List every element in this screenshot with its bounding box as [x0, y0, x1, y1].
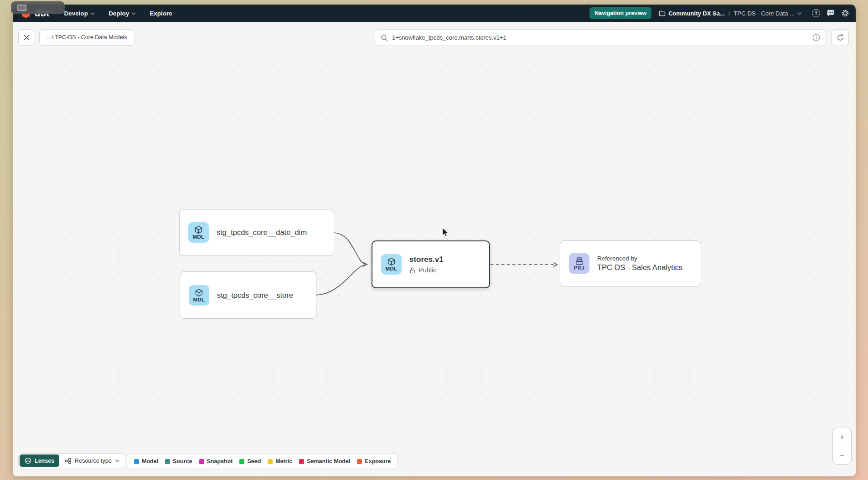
node-label: stores.v1	[409, 255, 444, 264]
model-badge: MDL	[381, 254, 402, 275]
legend-label: Semantic Model	[307, 458, 350, 465]
menu-develop[interactable]: Develop	[64, 10, 95, 17]
node-tpcds-sales-analytics[interactable]: PRJ Referenced by TPC-DS - Sales Analyti…	[560, 240, 701, 286]
menu-deploy-label: Deploy	[108, 10, 129, 17]
breadcrumb-separator: /	[728, 10, 730, 17]
node-label: TPC-DS - Sales Analytics	[597, 263, 682, 272]
refresh-icon	[837, 34, 844, 41]
legend-item-model: Model	[134, 458, 158, 465]
menu-explore[interactable]: Explore	[150, 10, 172, 17]
resource-type-label: Resource type	[75, 458, 112, 464]
legend-label: Snapshot	[207, 458, 233, 465]
zoom-in-button[interactable]: +	[833, 428, 851, 446]
badge-label: MDL	[192, 234, 204, 240]
legend-label: Model	[142, 458, 158, 465]
node-sublabel: Referenced by	[597, 255, 682, 262]
search-icon	[381, 34, 388, 41]
legend-item-source: Source	[165, 458, 192, 465]
access-label: Public	[418, 266, 437, 274]
menu-deploy[interactable]: Deploy	[108, 10, 136, 17]
cube-icon	[194, 225, 203, 235]
screen-share-chip	[11, 1, 65, 14]
legend-item-snapshot: Snapshot	[199, 458, 233, 465]
node-text: Referenced by TPC-DS - Sales Analytics	[597, 255, 682, 272]
account-breadcrumb[interactable]: Community DX Sa...	[659, 10, 725, 17]
badge-label: PRJ	[574, 265, 585, 271]
breadcrumb: Community DX Sa... / TPC-DS - Core Data …	[659, 10, 802, 17]
project-breadcrumb[interactable]: TPC-DS - Core Data ...	[734, 10, 802, 17]
badge-label: MDL	[385, 266, 397, 271]
zoom-controls: + −	[832, 428, 852, 465]
close-button[interactable]	[18, 29, 35, 46]
project-badge: PRJ	[569, 253, 589, 274]
help-icon[interactable]: ?	[812, 9, 820, 17]
model-badge: MDL	[188, 222, 209, 243]
lineage-canvas[interactable]: .. / TPC-DS - Core Data Models	[13, 22, 856, 476]
window-icon	[17, 5, 26, 11]
cube-icon	[194, 288, 204, 297]
badge-label: MDL	[193, 297, 205, 302]
app-window: dbt Develop Deploy Explore Navigation pr…	[13, 5, 856, 476]
node-text: stores.v1 Public	[409, 255, 444, 274]
search-input[interactable]	[392, 34, 808, 41]
navigation-preview-badge[interactable]: Navigation preview	[589, 7, 651, 19]
resource-type-icon	[65, 458, 72, 464]
info-icon[interactable]	[812, 34, 820, 41]
project-name: TPC-DS - Core Data ...	[734, 10, 795, 17]
lineage-breadcrumb[interactable]: .. / TPC-DS - Core Data Models	[39, 29, 135, 46]
model-badge: MDL	[189, 285, 209, 306]
node-label: stg_tpcds_core__date_dim	[217, 228, 307, 237]
legend-swatch	[299, 459, 304, 464]
navbar-right: Navigation preview Community DX Sa... / …	[589, 7, 849, 19]
legend-item-seed: Seed	[239, 458, 261, 465]
menu-explore-label: Explore	[150, 10, 172, 17]
legend-item-metric: Metric	[268, 458, 292, 465]
lenses-label: Lenses	[35, 458, 54, 464]
chevron-down-icon	[797, 12, 802, 15]
unlock-icon	[409, 267, 416, 274]
legend-label: Metric	[275, 458, 292, 465]
chevron-down-icon	[90, 12, 95, 15]
chevron-down-icon	[115, 459, 119, 462]
lenses-button[interactable]: Lenses	[20, 454, 59, 467]
mouse-cursor	[441, 228, 450, 237]
folder-icon	[659, 10, 666, 16]
refresh-button[interactable]	[832, 29, 849, 46]
legend-item-exposure: Exposure	[357, 458, 391, 465]
legend-swatch	[134, 459, 139, 464]
lens-controls: Lenses Resource type	[18, 453, 125, 468]
resource-legend: Model Source Snapshot Seed Metric Semant…	[127, 454, 398, 469]
chevron-down-icon	[131, 12, 136, 15]
menu-develop-label: Develop	[64, 10, 88, 17]
feedback-icon[interactable]	[827, 10, 835, 17]
top-navbar: dbt Develop Deploy Explore Navigation pr…	[13, 5, 856, 22]
zoom-out-button[interactable]: −	[833, 446, 851, 464]
legend-swatch	[268, 459, 273, 464]
node-label: stg_tpcds_core__store	[217, 291, 293, 300]
legend-label: Seed	[247, 458, 261, 465]
legend-swatch	[165, 459, 170, 464]
cube-icon	[387, 257, 396, 266]
access-row: Public	[409, 266, 444, 274]
legend-label: Exposure	[365, 458, 391, 465]
stack-icon	[575, 257, 584, 266]
legend-label: Source	[173, 458, 192, 465]
legend-swatch	[239, 459, 244, 464]
node-stores-v1[interactable]: MDL stores.v1 Public	[372, 240, 490, 288]
node-stg-tpcds-core-store[interactable]: MDL stg_tpcds_core__store	[180, 271, 316, 319]
legend-swatch	[199, 459, 204, 464]
lineage-search[interactable]	[375, 29, 826, 46]
legend-item-semantic-model: Semantic Model	[299, 458, 350, 465]
lens-icon	[25, 457, 31, 464]
settings-gear-icon[interactable]	[841, 9, 849, 17]
close-icon	[24, 35, 30, 41]
main-menu: Develop Deploy Explore	[64, 10, 172, 17]
legend-swatch	[357, 459, 362, 464]
navbar-icons: ?	[812, 9, 849, 17]
account-name: Community DX Sa...	[668, 10, 725, 17]
resource-type-dropdown[interactable]: Resource type	[60, 454, 124, 467]
node-stg-tpcds-core-date-dim[interactable]: MDL stg_tpcds_core__date_dim	[179, 209, 334, 256]
